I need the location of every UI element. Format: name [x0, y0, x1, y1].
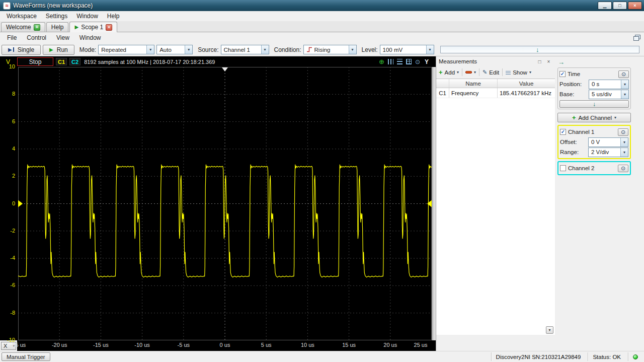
chevron-down-icon: ▾ [620, 138, 628, 147]
trigger-position-marker[interactable] [222, 67, 228, 71]
column-value[interactable]: Value [498, 79, 555, 88]
close-tab-icon[interactable]: × [106, 24, 112, 31]
close-button[interactable]: × [628, 2, 642, 10]
menu-control[interactable]: Control [22, 33, 51, 42]
single-label: Single [18, 46, 34, 53]
menu-window[interactable]: Window [72, 12, 103, 21]
vertical-scrollbar[interactable] [432, 67, 436, 340]
trigger-mode-combo[interactable]: Auto ▾ [156, 45, 193, 54]
add-measurement-button[interactable]: + Add ▾ [439, 69, 459, 76]
chevron-down-icon: ▾ [474, 70, 476, 75]
channel1-tag[interactable]: C1 [56, 58, 67, 65]
menu-file[interactable]: File [2, 33, 22, 42]
measurement-value: 185.417662917 kHz [498, 88, 555, 98]
measurement-row[interactable]: C1 Frequency 185.417662917 kHz [436, 88, 555, 98]
x-cursors-icon [388, 59, 393, 64]
base-value: 5 us/div [592, 91, 619, 97]
scroll-down-button[interactable]: ▾ [546, 326, 553, 334]
scope-panel: V Stop C1 C2 8192 samples at 100 MHz | 2… [0, 56, 436, 351]
menu-help[interactable]: Help [103, 12, 124, 21]
menu-settings[interactable]: Settings [41, 12, 72, 21]
x-cursors-button[interactable] [388, 59, 393, 64]
plot-area[interactable] [18, 67, 432, 340]
y-tick-label: 10 [0, 63, 15, 69]
add-channel-button[interactable]: + Add Channel ▾ [557, 113, 631, 122]
trigger-mode-value: Auto [159, 47, 183, 53]
titlebar[interactable]: ≈ WaveForms (new workspace) ▁ □ × [0, 0, 644, 11]
minimize-button[interactable]: ▁ [598, 2, 612, 10]
list-icon [506, 70, 511, 75]
channel1-range-combo[interactable]: 2 V/div ▾ [588, 148, 628, 157]
channel2-checkbox[interactable] [560, 165, 566, 171]
mode-combo[interactable]: Repeated ▾ [98, 45, 154, 54]
run-button[interactable]: ▶ Run [43, 45, 74, 55]
plot-settings-icon[interactable]: ⊙ [415, 59, 420, 65]
column-name[interactable]: Name [449, 79, 498, 88]
x-tick-label: 0 us [212, 342, 238, 348]
x-tick-label: -10 us [129, 342, 155, 348]
device-status: Discovery2NI SN:210321A29849 [491, 352, 586, 361]
led-segment [628, 352, 642, 361]
menu-workspace[interactable]: Workspace [2, 12, 41, 21]
channel2-label: Channel 2 [568, 165, 616, 171]
app-icon: ≈ [3, 2, 11, 10]
channel1-offset-combo[interactable]: 0 V ▾ [588, 137, 628, 147]
manual-trigger-button[interactable]: Manual Trigger [2, 352, 50, 361]
check-icon: ✓ [561, 129, 565, 134]
condition-value: Rising [314, 47, 347, 53]
collapse-panel-icon[interactable]: → [558, 58, 565, 66]
float-panel-icon[interactable]: □ [536, 58, 543, 65]
scope-header: V Stop C1 C2 8192 samples at 100 MHz | 2… [0, 56, 432, 67]
grid-options-button[interactable] [406, 59, 412, 64]
channel1-offset-marker-right[interactable] [427, 200, 432, 207]
tab-welcome[interactable]: Welcome + [1, 22, 45, 32]
trigger-position-track[interactable]: ↓ [440, 46, 639, 53]
y-cursors-button[interactable] [397, 59, 403, 64]
menubar: Workspace Settings Window Help [0, 11, 644, 21]
autoset-icon[interactable]: ⊕ [379, 58, 384, 65]
chevron-down-icon: ▾ [349, 45, 356, 54]
restore-panel-icon[interactable] [633, 35, 640, 41]
level-combo[interactable]: 100 mV ▾ [380, 45, 434, 54]
check-icon: ✓ [560, 71, 565, 77]
range-value: 2 V/div [591, 149, 618, 155]
channel1-settings-button[interactable]: ⊙ [618, 128, 628, 136]
single-button[interactable]: ▶ Single [2, 45, 41, 55]
down-arrow-icon: ↓ [593, 101, 596, 107]
close-panel-icon[interactable]: × [545, 58, 552, 65]
x-tick-label: 10 us [294, 342, 320, 348]
x-tick-label: -5 us [171, 342, 197, 348]
edit-measurement-button[interactable]: ✎ Edit [482, 69, 499, 76]
channel2-settings-button[interactable]: ⊙ [618, 165, 628, 172]
offset-label: Offset: [560, 139, 586, 145]
y-tick-label: 8 [0, 91, 15, 97]
channel1-checkbox[interactable]: ✓ [560, 129, 566, 135]
position-value: 0 s [592, 81, 619, 87]
range-label: Range: [560, 149, 586, 155]
time-expand-button[interactable]: ↓ [559, 100, 629, 108]
show-menu-button[interactable]: Show ▾ [506, 69, 531, 76]
trigger-down-arrow-icon: ↓ [536, 46, 539, 53]
remove-measurement-button[interactable]: ▾ [465, 70, 476, 75]
time-settings-button[interactable]: ⊙ [618, 70, 629, 78]
y-axis-button[interactable]: Y [425, 58, 429, 65]
tab-scope1[interactable]: ▶ Scope 1 × [69, 22, 117, 32]
channel1-offset-marker-left[interactable] [18, 200, 23, 207]
menu-view[interactable]: View [51, 33, 74, 42]
time-base-combo[interactable]: 5 us/div ▾ [589, 90, 629, 99]
condition-combo[interactable]: Rising ▾ [303, 45, 357, 54]
level-value: 100 mV [383, 47, 424, 53]
time-checkbox[interactable]: ✓ [559, 71, 566, 77]
channel1-panel: ✓ Channel 1 ⊙ Offset: 0 V ▾ Range: 2 V/d… [557, 125, 631, 159]
channel2-tag[interactable]: C2 [69, 58, 80, 65]
time-position-combo[interactable]: 0 s ▾ [589, 80, 629, 89]
add-workspace-icon[interactable]: + [34, 24, 40, 31]
menu-window2[interactable]: Window [74, 33, 106, 42]
maximize-button[interactable]: □ [613, 2, 627, 10]
waveform-svg[interactable] [18, 67, 432, 340]
run-label: Run [57, 46, 68, 53]
chevron-down-icon: ▾ [621, 90, 628, 99]
source-combo[interactable]: Channel 1 ▾ [221, 45, 269, 54]
tab-help[interactable]: Help [46, 22, 69, 32]
stop-button[interactable]: Stop [17, 57, 53, 66]
